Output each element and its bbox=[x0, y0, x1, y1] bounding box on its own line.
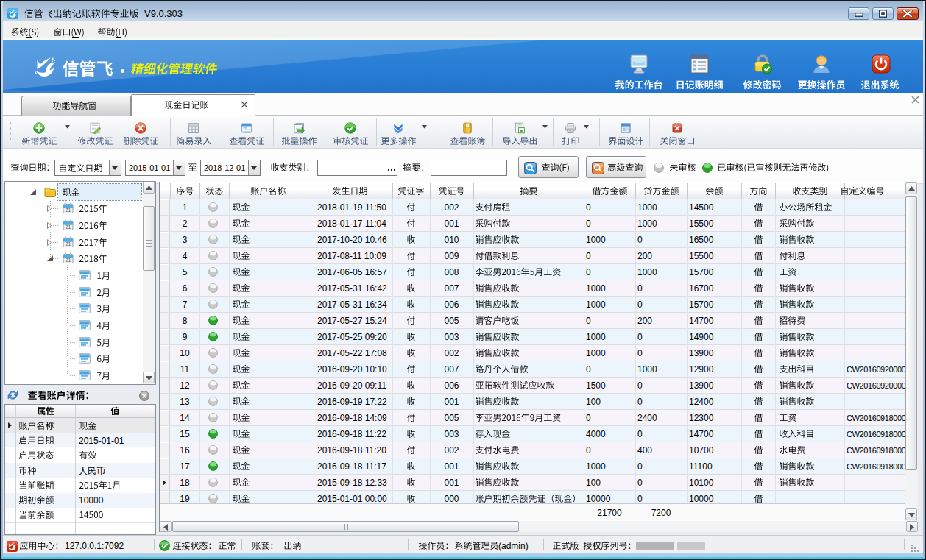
svg-text:21: 21 bbox=[66, 208, 71, 213]
svg-text:21: 21 bbox=[66, 224, 71, 230]
svg-text:21: 21 bbox=[66, 258, 71, 263]
svg-text:21: 21 bbox=[66, 241, 71, 247]
